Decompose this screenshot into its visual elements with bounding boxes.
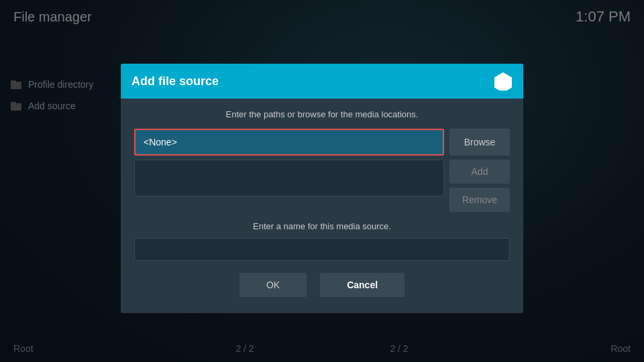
path-list-box <box>134 160 444 196</box>
path-input[interactable]: <None> <box>134 129 444 156</box>
add-button[interactable]: Add <box>449 160 510 184</box>
dialog-body: Enter the paths or browse for the media … <box>121 99 523 313</box>
dialog-subtitle: Enter the paths or browse for the media … <box>134 109 510 119</box>
name-input[interactable] <box>134 238 510 261</box>
side-buttons: Add Remove <box>449 160 510 212</box>
cancel-button[interactable]: Cancel <box>320 273 405 297</box>
dialog-header: Add file source K <box>121 64 523 99</box>
remove-button[interactable]: Remove <box>449 188 510 212</box>
dialog-title: Add file source <box>131 74 219 88</box>
ok-button[interactable]: OK <box>239 273 307 297</box>
svg-text:K: K <box>498 78 504 86</box>
dialog-buttons: OK Cancel <box>134 273 510 302</box>
browse-button[interactable]: Browse <box>449 129 510 156</box>
kodi-logo: K <box>494 72 513 90</box>
path-list-area: Add Remove <box>134 160 510 212</box>
add-file-source-dialog: Add file source K Enter the paths or bro… <box>121 64 523 313</box>
path-row: <None> Browse <box>134 129 510 156</box>
name-label: Enter a name for this media source. <box>134 221 510 231</box>
